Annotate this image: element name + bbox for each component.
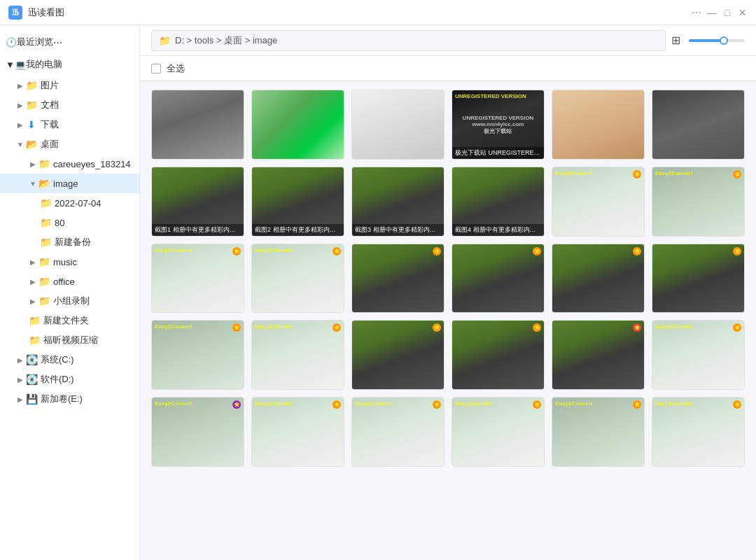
watermark-text: Easy2Convert xyxy=(555,400,592,407)
sidebar-date-label: 2022-07-04 xyxy=(55,198,134,209)
image-thumb[interactable]: Easy2Convert⭐ xyxy=(151,320,244,390)
sidebar-item-documents[interactable]: ▶ 📁 文档 xyxy=(0,95,139,115)
menu-button[interactable]: ⋯ xyxy=(692,8,701,18)
image-thumb[interactable]: Easy2Convert⭐ xyxy=(652,320,745,390)
image-thumb[interactable]: ⭐ xyxy=(451,244,545,314)
sidebar-item-office[interactable]: ▶ 📁 office xyxy=(0,272,139,291)
close-button[interactable]: ✕ xyxy=(738,8,748,18)
image-thumb[interactable] xyxy=(251,90,344,160)
image-thumb[interactable]: ⭐ xyxy=(351,244,444,314)
image-thumb[interactable]: Easy2Convert⭐ xyxy=(552,167,645,237)
image-thumb[interactable]: 截图1 相册中有更多精彩内容等你发现的 xyxy=(151,167,244,237)
image-thumb[interactable]: Easy2Convert⭐ xyxy=(251,397,344,467)
watermark-text: Easy2Convert xyxy=(355,400,392,407)
main-layout: 🕐 最近浏览 ⋯ ▼ 💻 我的电脑 ▶ 📁 图片 ▶ 📁 文档 ▶ ⬇ 下载 xyxy=(0,25,756,560)
thumb-badge: ⭐ xyxy=(332,400,341,409)
image-thumb[interactable]: ⭐ xyxy=(552,244,645,314)
sidebar-item-backup[interactable]: 📁 新建备份 xyxy=(0,232,139,252)
image-thumb[interactable]: Easy2Convert⭐ xyxy=(652,397,745,467)
image-grid-container[interactable]: UNREGISTERED VERSIONUNREGISTERED VERSION… xyxy=(140,81,756,560)
watermark-text: Easy2Convert xyxy=(455,400,492,407)
thumb-label: 截图2 相册中有更多精彩内容等你发现的 xyxy=(252,224,344,236)
sidebar-item-compress[interactable]: 📁 福昕视频压缩 xyxy=(0,330,139,350)
zoom-thumb[interactable] xyxy=(720,36,728,45)
folder-backup-icon: 📁 xyxy=(39,236,52,248)
image-thumb[interactable]: Easy2Convert⭐ xyxy=(151,244,244,314)
image-thumb[interactable]: Easy2Convert⭐ xyxy=(151,397,244,467)
thumb-label: 截图1 相册中有更多精彩内容等你发现的 xyxy=(152,224,244,236)
grid-view-icon[interactable]: ⊞ xyxy=(671,34,680,47)
sidebar-downloads-label: 下载 xyxy=(41,118,134,131)
image-thumb[interactable]: 截图4 相册中有更多精彩内容等你发现的 xyxy=(451,167,545,237)
thumb-badge: ⭐ xyxy=(232,400,241,409)
sidebar-item-80[interactable]: 📁 80 xyxy=(0,213,139,232)
image-thumb[interactable]: Easy2Convert⭐ xyxy=(251,320,344,390)
expand-arrow-careueyes: ▶ xyxy=(28,159,38,169)
sidebar-item-downloads[interactable]: ▶ ⬇ 下载 xyxy=(0,115,139,134)
sidebar: 🕐 最近浏览 ⋯ ▼ 💻 我的电脑 ▶ 📁 图片 ▶ 📁 文档 ▶ ⬇ 下载 xyxy=(0,25,140,560)
expand-arrow-mypc: ▼ xyxy=(6,59,15,70)
thumb-badge: ⭐ xyxy=(433,247,441,255)
image-thumb[interactable]: ⭐ xyxy=(351,320,444,390)
sidebar-item-careueyes[interactable]: ▶ 📁 careueyes_183214 xyxy=(0,154,139,174)
expand-arrow-music: ▶ xyxy=(28,257,38,267)
image-thumb[interactable]: 截图2 相册中有更多精彩内容等你发现的 xyxy=(251,167,344,237)
image-thumb[interactable]: ⭐ xyxy=(451,320,545,390)
thumb-badge: ⭐ xyxy=(733,170,741,178)
watermark-text: UNREGISTERED VERSION xyxy=(455,93,526,100)
image-thumb[interactable] xyxy=(552,90,645,160)
sidebar-item-recent[interactable]: 🕐 最近浏览 ⋯ xyxy=(0,31,139,53)
image-thumb[interactable] xyxy=(151,90,244,160)
folder-pictures-icon: 📁 xyxy=(25,79,38,92)
clock-icon: 🕐 xyxy=(6,37,17,48)
image-thumb[interactable]: UNREGISTERED VERSIONUNREGISTERED VERSION… xyxy=(451,90,545,160)
image-thumb[interactable]: Easy2Convert⭐ xyxy=(552,397,645,467)
select-all-checkbox[interactable] xyxy=(151,64,161,74)
expand-arrow-recording: ▶ xyxy=(28,296,38,306)
image-thumb[interactable]: Easy2Convert⭐ xyxy=(451,397,545,467)
expand-arrow-image: ▼ xyxy=(28,178,38,188)
sidebar-desktop-label: 桌面 xyxy=(41,138,134,150)
sidebar-item-pictures[interactable]: ▶ 📁 图片 xyxy=(0,76,139,95)
sidebar-new-folder-label: 新建文件夹 xyxy=(43,314,134,327)
expand-arrow-c: ▶ xyxy=(15,355,25,365)
sidebar-image-label: image xyxy=(53,178,134,189)
image-thumb[interactable]: Easy2Convert⭐ xyxy=(652,167,745,237)
minimize-button[interactable]: — xyxy=(707,8,717,18)
folder-careueyes-icon: 📁 xyxy=(38,158,50,170)
select-all-label[interactable]: 全选 xyxy=(151,62,185,75)
sidebar-item-system-c[interactable]: ▶ 💽 系统(C:) xyxy=(0,350,139,370)
zoom-slider[interactable] xyxy=(689,39,745,42)
sidebar-item-image[interactable]: ▼ 📂 image xyxy=(0,174,139,193)
image-thumb[interactable]: 截图3 相册中有更多精彩内容等你发现的 xyxy=(351,167,444,237)
sidebar-item-date[interactable]: 📁 2022-07-04 xyxy=(0,193,139,213)
image-thumb[interactable]: ⭐ xyxy=(552,320,645,390)
image-thumb[interactable]: ⭐ xyxy=(652,244,745,314)
folder-compress-icon: 📁 xyxy=(28,334,41,346)
watermark-text: Easy2Convert xyxy=(555,170,592,177)
thumb-badge: ⭐ xyxy=(633,400,641,409)
sidebar-office-label: office xyxy=(53,276,134,287)
thumb-badge: ⭐ xyxy=(733,247,741,255)
thumb-badge: ⭐ xyxy=(433,400,441,409)
sidebar-item-recording[interactable]: ▶ 📁 小组录制 xyxy=(0,291,139,311)
zoom-fill xyxy=(689,39,722,42)
image-thumb[interactable] xyxy=(351,90,444,160)
sidebar-item-software-d[interactable]: ▶ 💽 软件(D:) xyxy=(0,370,139,389)
image-thumb[interactable] xyxy=(652,90,745,160)
image-thumb[interactable]: Easy2Convert⭐ xyxy=(351,397,444,467)
toolbar-right: ⊞ xyxy=(671,34,745,47)
maximize-button[interactable]: □ xyxy=(722,8,732,18)
more-icon[interactable]: ⋯ xyxy=(53,37,62,48)
sidebar-item-music[interactable]: ▶ 📁 music xyxy=(0,252,139,272)
thumb-badge: ⭐ xyxy=(733,400,741,409)
sidebar-item-new-e[interactable]: ▶ 💾 新加卷(E:) xyxy=(0,389,139,409)
sidebar-item-new-folder[interactable]: 📁 新建文件夹 xyxy=(0,311,139,330)
image-thumb[interactable]: Easy2Convert⭐ xyxy=(251,244,344,314)
app-logo: 迅 xyxy=(8,6,22,20)
sidebar-item-desktop[interactable]: ▼ 📂 桌面 xyxy=(0,134,139,154)
sidebar-item-mypc[interactable]: ▼ 💻 我的电脑 xyxy=(0,53,139,76)
app-title: 迅读看图 xyxy=(28,6,692,19)
watermark-text: Easy2Convert xyxy=(655,400,692,407)
expand-arrow-office: ▶ xyxy=(28,276,38,286)
